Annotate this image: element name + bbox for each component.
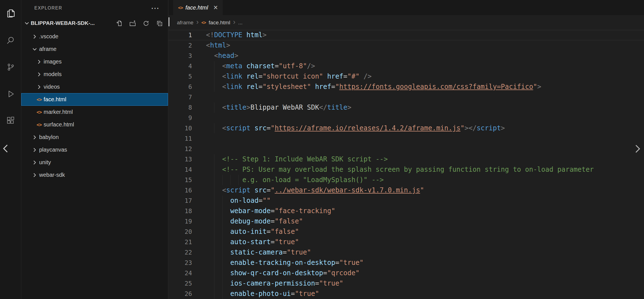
line-number[interactable]: 15 [169,175,206,185]
code-token: "face-tracking" [275,207,335,215]
activitybar-item-explorer[interactable] [0,0,21,27]
new-folder-icon[interactable] [129,20,136,27]
tree-item-aframe[interactable]: aframe [21,43,168,55]
chevron-right-icon[interactable] [31,33,38,40]
activitybar-item-source-control[interactable] [0,54,21,81]
code-line-2[interactable]: 2<html> [169,40,644,51]
line-number[interactable]: 25 [169,278,206,289]
breadcrumb-folder[interactable]: aframe [177,20,193,26]
code-token: "qrcode" [327,269,359,277]
chevron-down-icon[interactable] [23,20,30,27]
code-line-23[interactable]: 23enable-tracking-on-desktop="true" [169,258,644,268]
code-line-17[interactable]: 17on-load="" [169,196,644,206]
line-number[interactable]: 18 [169,206,206,216]
chevron-right-icon[interactable] [31,172,38,178]
line-number[interactable]: 2 [169,40,206,51]
code-token: "false" [275,217,303,225]
chevron-right-icon[interactable] [31,147,38,153]
tree-item-unity[interactable]: unity [21,156,168,169]
tree-item-label: marker.html [44,109,73,115]
code-line-9[interactable]: 9 [169,113,644,123]
tree-item-label: images [44,58,61,65]
code-line-14[interactable]: 14<!-- PS: User may overload the splash … [169,164,644,175]
more-actions-icon[interactable]: ⋯ [151,6,160,10]
tree-item-playcanvas[interactable]: playcanvas [21,143,168,156]
line-number[interactable]: 16 [169,185,206,196]
tree-item-surface-html[interactable]: <>surface.html [21,118,168,131]
code-line-13[interactable]: 13<!-- Step 1: Include WebAR SDK script … [169,154,644,164]
activitybar-item-search[interactable] [0,27,21,54]
line-number[interactable]: 19 [169,216,206,227]
code-line-24[interactable]: 24show-qr-card-on-desktop="qrcode" [169,268,644,278]
line-number[interactable]: 9 [169,113,206,123]
code-text: static-camera="true" [206,247,644,258]
line-number[interactable]: 24 [169,268,206,278]
line-number[interactable]: 10 [169,123,206,133]
code-line-18[interactable]: 18webar-mode="face-tracking" [169,206,644,216]
code-line-8[interactable]: 8<title>Blippar WebAR SDK</title> [169,102,644,113]
activitybar-item-run-debug[interactable] [0,81,21,107]
tree-item--vscode[interactable]: .vscode [21,30,168,43]
code-line-25[interactable]: 25ios-camera-permission="true" [169,278,644,289]
line-number[interactable]: 7 [169,92,206,102]
refresh-icon[interactable] [143,20,149,27]
tree-item-webar-sdk[interactable]: webar-sdk [21,169,168,181]
code-line-1[interactable]: 1<!DOCTYPE html> [169,30,644,40]
line-number[interactable]: 21 [169,237,206,247]
tree-item-images[interactable]: images [21,55,168,68]
line-number[interactable]: 8 [169,102,206,113]
chevron-right-icon[interactable] [36,84,42,90]
line-number[interactable]: 14 [169,164,206,175]
tree-item-marker-html[interactable]: <>marker.html [21,106,168,118]
code-line-7[interactable]: 7 [169,92,644,102]
new-file-icon[interactable] [116,20,122,27]
tree-item-videos[interactable]: videos [21,81,168,93]
line-number[interactable]: 1 [169,30,206,40]
chevron-down-icon[interactable] [31,46,38,53]
code-line-26[interactable]: 26enable-photo-ui="true" [169,289,644,299]
activitybar-item-extensions[interactable] [0,107,21,134]
code-line-22[interactable]: 22static-camera="true" [169,247,644,258]
line-number[interactable]: 3 [169,51,206,61]
tree-item-face-html[interactable]: <>face.html [21,93,168,106]
line-number[interactable]: 11 [169,133,206,144]
code-area[interactable]: 1<!DOCTYPE html>2<html>3<head>4<meta cha… [169,30,644,299]
collapse-all-icon[interactable] [156,20,163,27]
code-line-11[interactable]: 11 [169,133,644,144]
chevron-left-icon[interactable] [1,144,10,153]
line-number[interactable]: 4 [169,61,206,71]
code-line-3[interactable]: 3<head> [169,51,644,61]
breadcrumb-file[interactable]: face.html [209,20,230,26]
code-line-20[interactable]: 20auto-init="false" [169,227,644,237]
project-header[interactable]: BLIPPAR-WEBAR-SDK-... [21,16,168,30]
chevron-right-icon[interactable] [31,134,38,141]
code-line-5[interactable]: 5<link rel="shortcut icon" href="#" /> [169,71,644,82]
line-number[interactable]: 12 [169,144,206,154]
code-line-15[interactable]: 15e.g. on-load = "LoadMySplash()" --> [169,175,644,185]
line-number[interactable]: 20 [169,227,206,237]
code-line-21[interactable]: 21auto-start="true" [169,237,644,247]
code-line-10[interactable]: 10<script src="https://aframe.io/release… [169,123,644,133]
code-text: enable-photo-ui="true" [206,289,644,299]
line-number[interactable]: 6 [169,82,206,92]
tree-item-models[interactable]: models [21,68,168,81]
code-line-16[interactable]: 16<script src="../webar-sdk/webar-sdk-v1… [169,185,644,196]
breadcrumb-more[interactable]: ... [238,20,243,26]
code-line-6[interactable]: 6<link rel="stylesheet" href="https://fo… [169,82,644,92]
chevron-right-icon[interactable] [633,144,642,154]
code-line-19[interactable]: 19debug-mode="false" [169,216,644,227]
code-line-12[interactable]: 12 [169,144,644,154]
tree-item-babylon[interactable]: babylon [21,131,168,143]
line-number[interactable]: 22 [169,247,206,258]
line-number[interactable]: 17 [169,196,206,206]
tab-face-html[interactable]: <> face.html × [173,0,223,15]
line-number[interactable]: 23 [169,258,206,268]
close-icon[interactable]: × [213,5,218,10]
chevron-right-icon[interactable] [36,58,42,65]
line-number[interactable]: 13 [169,154,206,164]
line-number[interactable]: 5 [169,71,206,82]
chevron-right-icon[interactable] [31,159,38,166]
code-line-4[interactable]: 4<meta charset="utf-8"/> [169,61,644,71]
chevron-right-icon[interactable] [36,71,42,78]
line-number[interactable]: 26 [169,289,206,299]
